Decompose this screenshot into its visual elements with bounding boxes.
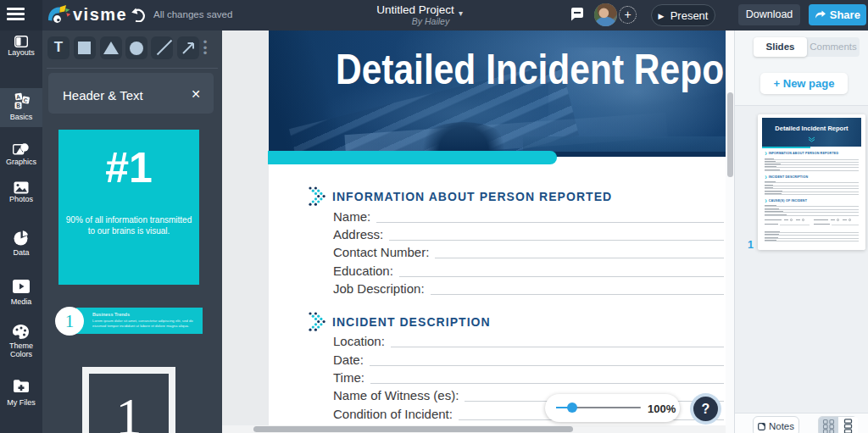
svg-text:B: B — [16, 103, 20, 108]
